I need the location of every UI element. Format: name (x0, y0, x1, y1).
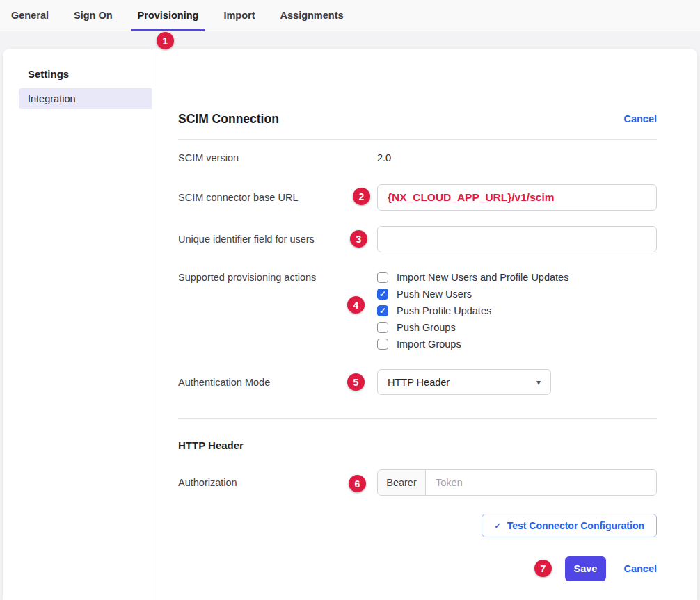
auth-mode-row: Authentication Mode HTTP Header ▾ (178, 369, 657, 395)
provisioning-actions-label: Supported provisioning actions (178, 269, 377, 286)
unique-id-label: Unique identifier field for users (178, 234, 377, 245)
provisioning-actions-row: Supported provisioning actions Import Ne… (178, 269, 657, 352)
base-url-label: SCIM connector base URL (178, 192, 377, 203)
check-icon: ✓ (494, 521, 500, 530)
step-badge-4: 4 (347, 296, 365, 314)
tab-provisioning[interactable]: Provisioning (131, 0, 206, 31)
provisioning-action-option[interactable]: Push Groups (377, 319, 657, 336)
step-badge-1: 1 (157, 32, 174, 49)
bearer-prefix: Bearer (378, 470, 426, 495)
authorization-control: Bearer (377, 469, 657, 496)
provisioning-action-label: Push New Users (397, 289, 472, 300)
test-connector-label: Test Connector Configuration (507, 520, 644, 531)
unique-id-control (377, 226, 657, 252)
auth-mode-control: HTTP Header ▾ (377, 369, 657, 395)
tab-assignments[interactable]: Assignments (273, 0, 351, 31)
test-connector-button[interactable]: ✓ Test Connector Configuration (482, 514, 657, 537)
checkbox-icon (377, 272, 388, 283)
unique-id-input[interactable] (377, 226, 657, 252)
save-button[interactable]: Save (565, 556, 607, 581)
authorization-label: Authorization (178, 477, 377, 488)
provisioning-action-label: Push Groups (397, 322, 456, 333)
title-row: SCIM Connection Cancel (178, 111, 657, 127)
provisioning-action-option[interactable]: Import New Users and Profile Updates (377, 269, 657, 286)
step-badge-6: 6 (349, 475, 366, 492)
cancel-link-top[interactable]: Cancel (623, 113, 657, 124)
form-panel: SCIM Connection Cancel SCIM version 2.0 … (153, 49, 697, 581)
token-input[interactable] (426, 470, 656, 495)
auth-mode-select[interactable]: HTTP Header ▾ (377, 369, 551, 395)
scim-version-value: 2.0 (377, 152, 391, 163)
tab-sign-on[interactable]: Sign On (67, 0, 120, 31)
provisioning-action-label: Push Profile Updates (397, 305, 491, 316)
step-badge-3: 3 (350, 230, 367, 248)
provisioning-action-label: Import New Users and Profile Updates (397, 272, 568, 283)
form-footer: Save Cancel (178, 556, 657, 581)
base-url-row: SCIM connector base URL (178, 184, 657, 211)
app-tabbar: GeneralSign OnProvisioningImportAssignme… (0, 0, 700, 31)
auth-mode-value: HTTP Header (388, 377, 450, 388)
provisioning-actions-list: Import New Users and Profile UpdatesPush… (377, 269, 657, 352)
sidebar: Settings Integration (3, 49, 152, 600)
provisioning-action-option[interactable]: Import Groups (377, 336, 657, 352)
sidebar-item-integration[interactable]: Integration (19, 88, 152, 109)
authorization-row: Authorization Bearer (178, 469, 657, 496)
page: GeneralSign OnProvisioningImportAssignme… (0, 0, 700, 600)
checkbox-icon (377, 289, 388, 300)
unique-id-row: Unique identifier field for users (178, 226, 657, 252)
sidebar-header: Settings (28, 68, 152, 80)
test-connector-row: ✓ Test Connector Configuration (178, 514, 657, 537)
divider (178, 418, 657, 419)
base-url-control (377, 184, 657, 211)
step-badge-7: 7 (534, 560, 552, 577)
content-card: Settings Integration SCIM Connection Can… (3, 49, 697, 600)
scim-version-row: SCIM version 2.0 (178, 150, 657, 165)
step-badge-5: 5 (347, 373, 365, 391)
checkbox-icon (377, 322, 388, 333)
chevron-down-icon: ▾ (536, 378, 541, 387)
authorization-input-group: Bearer (377, 469, 657, 496)
provisioning-action-option[interactable]: Push New Users (377, 286, 657, 302)
checkbox-icon (377, 339, 388, 350)
cancel-link-bottom[interactable]: Cancel (623, 563, 657, 574)
checkbox-icon (377, 305, 388, 316)
divider (178, 139, 657, 140)
http-header-section-title: HTTP Header (178, 439, 657, 453)
scim-version-label: SCIM version (178, 152, 377, 163)
step-badge-2: 2 (353, 188, 370, 205)
tab-import[interactable]: Import (216, 0, 262, 31)
base-url-input[interactable] (377, 184, 657, 211)
provisioning-action-option[interactable]: Push Profile Updates (377, 302, 657, 319)
tab-general[interactable]: General (4, 0, 56, 31)
provisioning-action-label: Import Groups (397, 339, 461, 350)
page-title: SCIM Connection (178, 112, 279, 127)
